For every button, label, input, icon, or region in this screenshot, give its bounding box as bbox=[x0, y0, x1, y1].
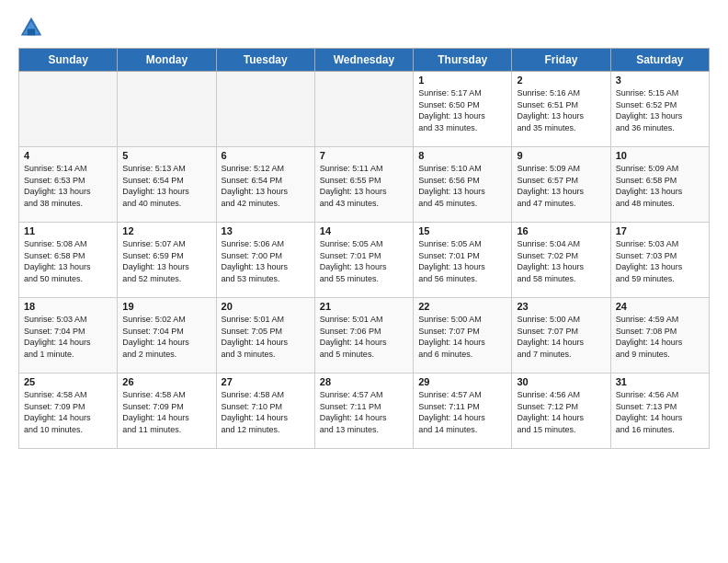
day-number: 29 bbox=[418, 376, 506, 387]
day-number: 22 bbox=[418, 301, 506, 312]
calendar-cell: 13Sunrise: 5:06 AM Sunset: 7:00 PM Dayli… bbox=[216, 223, 314, 298]
calendar-cell: 6Sunrise: 5:12 AM Sunset: 6:54 PM Daylig… bbox=[216, 147, 314, 223]
day-info: Sunrise: 4:58 AM Sunset: 7:09 PM Dayligh… bbox=[122, 389, 210, 435]
day-number: 4 bbox=[24, 150, 112, 161]
calendar-cell: 24Sunrise: 4:59 AM Sunset: 7:08 PM Dayli… bbox=[610, 298, 709, 373]
calendar-cell bbox=[314, 72, 413, 147]
logo bbox=[18, 15, 48, 40]
day-number: 6 bbox=[222, 150, 310, 161]
day-number: 23 bbox=[517, 301, 605, 312]
day-number: 21 bbox=[320, 301, 408, 312]
day-info: Sunrise: 5:03 AM Sunset: 7:03 PM Dayligh… bbox=[616, 238, 704, 284]
day-info: Sunrise: 4:58 AM Sunset: 7:09 PM Dayligh… bbox=[24, 389, 112, 435]
day-info: Sunrise: 5:07 AM Sunset: 6:59 PM Dayligh… bbox=[122, 238, 210, 284]
calendar-cell bbox=[216, 72, 314, 147]
day-info: Sunrise: 5:02 AM Sunset: 7:04 PM Dayligh… bbox=[122, 314, 210, 360]
calendar-header-row: SundayMondayTuesdayWednesdayThursdayFrid… bbox=[19, 49, 710, 72]
calendar-week-5: 25Sunrise: 4:58 AM Sunset: 7:09 PM Dayli… bbox=[19, 373, 710, 449]
day-info: Sunrise: 4:59 AM Sunset: 7:08 PM Dayligh… bbox=[616, 314, 704, 360]
day-info: Sunrise: 5:11 AM Sunset: 6:55 PM Dayligh… bbox=[320, 163, 408, 209]
calendar-cell: 19Sunrise: 5:02 AM Sunset: 7:04 PM Dayli… bbox=[118, 298, 216, 373]
calendar-week-2: 4Sunrise: 5:14 AM Sunset: 6:53 PM Daylig… bbox=[19, 147, 710, 223]
calendar-cell bbox=[118, 72, 216, 147]
col-header-friday: Friday bbox=[512, 49, 610, 72]
calendar-cell: 14Sunrise: 5:05 AM Sunset: 7:01 PM Dayli… bbox=[314, 223, 413, 298]
day-number: 8 bbox=[418, 150, 506, 161]
day-info: Sunrise: 5:06 AM Sunset: 7:00 PM Dayligh… bbox=[222, 238, 310, 284]
calendar-cell: 18Sunrise: 5:03 AM Sunset: 7:04 PM Dayli… bbox=[19, 298, 118, 373]
day-number: 31 bbox=[616, 376, 704, 387]
calendar-week-4: 18Sunrise: 5:03 AM Sunset: 7:04 PM Dayli… bbox=[19, 298, 710, 373]
calendar-cell: 3Sunrise: 5:15 AM Sunset: 6:52 PM Daylig… bbox=[610, 72, 709, 147]
calendar-table: SundayMondayTuesdayWednesdayThursdayFrid… bbox=[18, 48, 710, 449]
day-info: Sunrise: 5:01 AM Sunset: 7:05 PM Dayligh… bbox=[222, 314, 310, 360]
calendar-cell: 4Sunrise: 5:14 AM Sunset: 6:53 PM Daylig… bbox=[19, 147, 118, 223]
calendar-cell: 11Sunrise: 5:08 AM Sunset: 6:58 PM Dayli… bbox=[19, 223, 118, 298]
col-header-monday: Monday bbox=[118, 49, 216, 72]
calendar-cell: 17Sunrise: 5:03 AM Sunset: 7:03 PM Dayli… bbox=[610, 223, 709, 298]
calendar-cell bbox=[19, 72, 118, 147]
day-number: 20 bbox=[222, 301, 310, 312]
day-info: Sunrise: 5:05 AM Sunset: 7:01 PM Dayligh… bbox=[418, 238, 506, 284]
calendar-cell: 29Sunrise: 4:57 AM Sunset: 7:11 PM Dayli… bbox=[414, 373, 512, 449]
day-info: Sunrise: 5:05 AM Sunset: 7:01 PM Dayligh… bbox=[320, 238, 408, 284]
day-info: Sunrise: 5:17 AM Sunset: 6:50 PM Dayligh… bbox=[418, 87, 506, 133]
calendar-cell: 8Sunrise: 5:10 AM Sunset: 6:56 PM Daylig… bbox=[414, 147, 512, 223]
day-info: Sunrise: 5:09 AM Sunset: 6:57 PM Dayligh… bbox=[517, 163, 605, 209]
col-header-tuesday: Tuesday bbox=[216, 49, 314, 72]
day-number: 13 bbox=[222, 225, 310, 236]
calendar-week-1: 1Sunrise: 5:17 AM Sunset: 6:50 PM Daylig… bbox=[19, 72, 710, 147]
day-info: Sunrise: 5:08 AM Sunset: 6:58 PM Dayligh… bbox=[24, 238, 112, 284]
col-header-wednesday: Wednesday bbox=[314, 49, 413, 72]
day-number: 27 bbox=[222, 376, 310, 387]
day-number: 17 bbox=[616, 225, 704, 236]
calendar-cell: 25Sunrise: 4:58 AM Sunset: 7:09 PM Dayli… bbox=[19, 373, 118, 449]
day-info: Sunrise: 5:10 AM Sunset: 6:56 PM Dayligh… bbox=[418, 163, 506, 209]
day-info: Sunrise: 4:58 AM Sunset: 7:10 PM Dayligh… bbox=[222, 389, 310, 435]
calendar-cell: 22Sunrise: 5:00 AM Sunset: 7:07 PM Dayli… bbox=[414, 298, 512, 373]
day-number: 9 bbox=[517, 150, 605, 161]
day-info: Sunrise: 4:57 AM Sunset: 7:11 PM Dayligh… bbox=[320, 389, 408, 435]
calendar-cell: 20Sunrise: 5:01 AM Sunset: 7:05 PM Dayli… bbox=[216, 298, 314, 373]
calendar-cell: 27Sunrise: 4:58 AM Sunset: 7:10 PM Dayli… bbox=[216, 373, 314, 449]
calendar-cell: 1Sunrise: 5:17 AM Sunset: 6:50 PM Daylig… bbox=[414, 72, 512, 147]
svg-rect-2 bbox=[28, 29, 35, 35]
day-number: 26 bbox=[122, 376, 210, 387]
calendar-cell: 10Sunrise: 5:09 AM Sunset: 6:58 PM Dayli… bbox=[610, 147, 709, 223]
day-info: Sunrise: 5:15 AM Sunset: 6:52 PM Dayligh… bbox=[616, 87, 704, 133]
col-header-thursday: Thursday bbox=[414, 49, 512, 72]
day-number: 5 bbox=[122, 150, 210, 161]
calendar-cell: 5Sunrise: 5:13 AM Sunset: 6:54 PM Daylig… bbox=[118, 147, 216, 223]
day-number: 28 bbox=[320, 376, 408, 387]
day-number: 10 bbox=[616, 150, 704, 161]
calendar-week-3: 11Sunrise: 5:08 AM Sunset: 6:58 PM Dayli… bbox=[19, 223, 710, 298]
calendar-cell: 21Sunrise: 5:01 AM Sunset: 7:06 PM Dayli… bbox=[314, 298, 413, 373]
calendar-cell: 31Sunrise: 4:56 AM Sunset: 7:13 PM Dayli… bbox=[610, 373, 709, 449]
day-info: Sunrise: 5:00 AM Sunset: 7:07 PM Dayligh… bbox=[418, 314, 506, 360]
day-info: Sunrise: 4:57 AM Sunset: 7:11 PM Dayligh… bbox=[418, 389, 506, 435]
day-number: 25 bbox=[24, 376, 112, 387]
day-number: 16 bbox=[517, 225, 605, 236]
day-number: 7 bbox=[320, 150, 408, 161]
day-info: Sunrise: 5:13 AM Sunset: 6:54 PM Dayligh… bbox=[122, 163, 210, 209]
day-info: Sunrise: 5:01 AM Sunset: 7:06 PM Dayligh… bbox=[320, 314, 408, 360]
calendar-cell: 12Sunrise: 5:07 AM Sunset: 6:59 PM Dayli… bbox=[118, 223, 216, 298]
day-number: 3 bbox=[616, 75, 704, 86]
day-number: 11 bbox=[24, 225, 112, 236]
calendar-cell: 9Sunrise: 5:09 AM Sunset: 6:57 PM Daylig… bbox=[512, 147, 610, 223]
calendar-cell: 7Sunrise: 5:11 AM Sunset: 6:55 PM Daylig… bbox=[314, 147, 413, 223]
day-info: Sunrise: 5:04 AM Sunset: 7:02 PM Dayligh… bbox=[517, 238, 605, 284]
calendar-cell: 2Sunrise: 5:16 AM Sunset: 6:51 PM Daylig… bbox=[512, 72, 610, 147]
day-info: Sunrise: 5:00 AM Sunset: 7:07 PM Dayligh… bbox=[517, 314, 605, 360]
day-number: 19 bbox=[122, 301, 210, 312]
header bbox=[18, 15, 710, 40]
col-header-sunday: Sunday bbox=[19, 49, 118, 72]
logo-icon bbox=[18, 15, 44, 40]
calendar-cell: 30Sunrise: 4:56 AM Sunset: 7:12 PM Dayli… bbox=[512, 373, 610, 449]
day-info: Sunrise: 5:03 AM Sunset: 7:04 PM Dayligh… bbox=[24, 314, 112, 360]
day-info: Sunrise: 4:56 AM Sunset: 7:12 PM Dayligh… bbox=[517, 389, 605, 435]
col-header-saturday: Saturday bbox=[610, 49, 709, 72]
day-number: 1 bbox=[418, 75, 506, 86]
day-info: Sunrise: 5:09 AM Sunset: 6:58 PM Dayligh… bbox=[616, 163, 704, 209]
day-number: 30 bbox=[517, 376, 605, 387]
